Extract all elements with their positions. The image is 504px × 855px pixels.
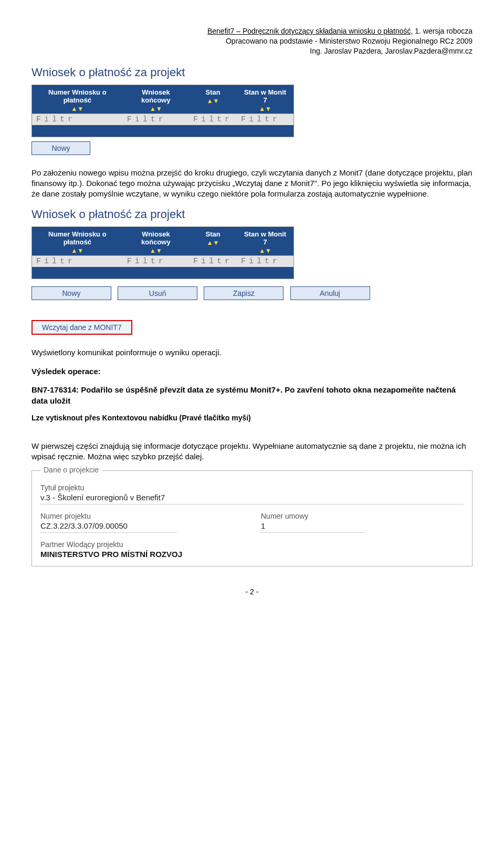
col-header-1[interactable]: Numer Wniosku o płatność▲▼ — [32, 227, 123, 255]
header-line1-version: 1. wersja robocza — [413, 27, 472, 35]
header-line1-desc: – Podręcznik dotyczący składania wniosku… — [236, 27, 413, 35]
col-header-4[interactable]: Stan w Monit 7▲▼ — [237, 227, 293, 255]
nowy-button[interactable]: Nowy — [32, 141, 90, 155]
screenshot-block-2: Wniosek o płatność za projekt Numer Wnio… — [32, 208, 472, 338]
lead-partner-label: Partner Wiodący projektu — [40, 540, 464, 549]
document-header: Benefit7 – Podręcznik dotyczący składani… — [32, 26, 472, 56]
header-line3: Ing. Jaroslav Pazdera, Jaroslav.Pazdera@… — [310, 47, 472, 55]
filter-cell[interactable]: Filtr — [189, 114, 237, 125]
filter-cell[interactable]: Filtr — [32, 255, 123, 267]
field-divider — [40, 504, 464, 504]
field-divider — [261, 532, 366, 533]
sort-icon[interactable]: ▲▼ — [194, 97, 232, 105]
grid-table-2: Numer Wniosku o płatność▲▼ Wniosek końco… — [32, 226, 294, 279]
paragraph-3: W pierwszej części znajdują się informac… — [32, 441, 472, 462]
grid-empty-row — [32, 267, 293, 279]
usun-button[interactable]: Usuń — [118, 286, 197, 300]
col-header-2[interactable]: Wniosek końcowy▲▼ — [123, 227, 189, 255]
filter-cell[interactable]: Filtr — [32, 114, 123, 125]
contract-number-value: 1 — [261, 521, 366, 530]
filter-cell[interactable]: Filtr — [123, 114, 189, 125]
col-header-2[interactable]: Wniosek końcowy▲▼ — [123, 85, 189, 114]
result-tip: Lze vytisknout přes Kontextovou nabídku … — [32, 414, 472, 422]
project-data-fieldset: Dane o projekcie Tytuł projektu v.3 - Šk… — [32, 470, 472, 566]
filter-cell[interactable]: Filtr — [237, 255, 293, 267]
anuluj-button[interactable]: Anuluj — [290, 286, 370, 300]
col-header-3[interactable]: Stan▲▼ — [189, 227, 237, 255]
filter-cell[interactable]: Filtr — [189, 255, 237, 267]
field-divider — [40, 532, 177, 533]
filter-cell[interactable]: Filtr — [237, 114, 293, 125]
lead-partner-value: MINISTERSTVO PRO MÍSTNÍ ROZVOJ — [40, 550, 464, 559]
zapisz-button[interactable]: Zapisz — [204, 286, 284, 300]
header-line1-title: Benefit7 — [207, 27, 236, 35]
paragraph-2: Wyświetlony komunikat poinformuje o wyni… — [32, 347, 472, 358]
sort-icon[interactable]: ▲▼ — [242, 105, 288, 112]
col-header-3[interactable]: Stan▲▼ — [189, 85, 237, 114]
result-title: Výsledek operace: — [32, 367, 472, 376]
load-monit7-button[interactable]: Wczytaj dane z MONIT7 — [32, 320, 132, 335]
fieldset-legend: Dane o projekcie — [40, 466, 102, 474]
project-title-value: v.3 - Školení euroregionů v Benefit7 — [40, 493, 464, 502]
sort-icon[interactable]: ▲▼ — [128, 247, 184, 254]
contract-number-label: Numer umowy — [261, 512, 366, 520]
sort-icon[interactable]: ▲▼ — [194, 239, 232, 246]
sort-icon[interactable]: ▲▼ — [242, 247, 288, 254]
col-header-4[interactable]: Stan w Monit 7▲▼ — [237, 85, 293, 114]
section2-title: Wniosek o płatność za projekt — [32, 208, 472, 221]
nowy-button[interactable]: Nowy — [32, 286, 111, 300]
sort-icon[interactable]: ▲▼ — [37, 247, 118, 254]
project-number-value: CZ.3.22/3.3.07/09.00050 — [40, 521, 177, 530]
filter-cell[interactable]: Filtr — [123, 255, 189, 267]
result-body: BN7-176314: Podařilo se úspěšně převzít … — [32, 384, 472, 406]
project-number-label: Numer projektu — [40, 512, 177, 520]
section1-title: Wniosek o płatność za projekt — [32, 66, 472, 79]
grid-table-1: Numer Wniosku o płatność▲▼ Wniosek końco… — [32, 85, 294, 137]
screenshot-block-1: Wniosek o płatność za projekt Numer Wnio… — [32, 66, 472, 159]
col-header-1[interactable]: Numer Wniosku o płatność▲▼ — [32, 85, 123, 114]
paragraph-1: Po założeniu nowego wpisu można przejść … — [32, 168, 472, 200]
sort-icon[interactable]: ▲▼ — [128, 105, 184, 112]
operation-result-block: Výsledek operace: BN7-176314: Podařilo s… — [32, 367, 472, 422]
project-title-label: Tytuł projektu — [40, 483, 464, 492]
page-number: - 2 - — [32, 588, 472, 596]
header-line2: Opracowano na podstawie - Ministerstwo R… — [226, 37, 472, 45]
sort-icon[interactable]: ▲▼ — [37, 105, 118, 112]
grid-empty-row — [32, 125, 293, 137]
